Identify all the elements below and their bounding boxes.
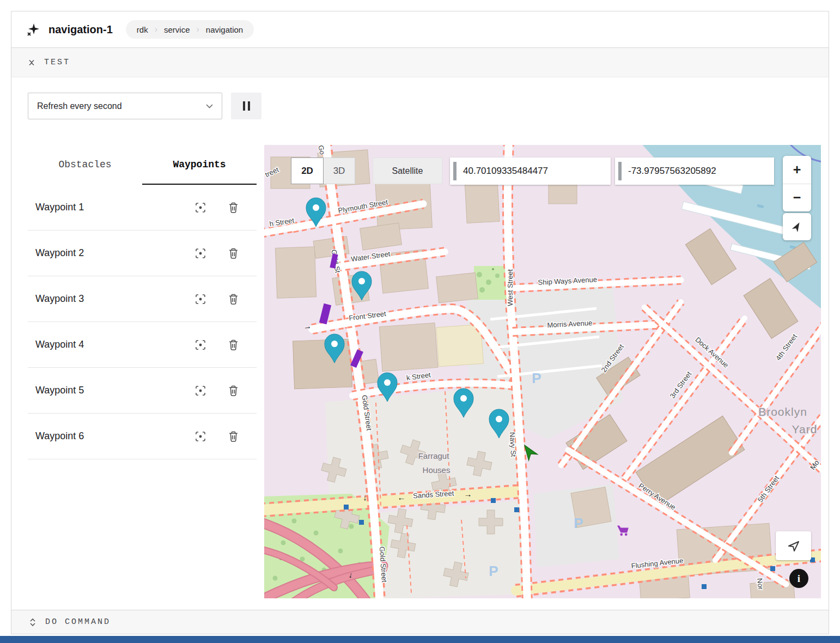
trash-icon: [229, 385, 238, 396]
svg-text:←: ←: [398, 493, 406, 502]
refresh-select[interactable]: Refresh every second: [28, 93, 222, 119]
breadcrumb: rdk › service › navigation: [126, 20, 254, 39]
svg-text:Houses: Houses: [423, 465, 451, 475]
page-title: navigation-1: [48, 23, 113, 36]
breadcrumb-navigation[interactable]: navigation: [199, 25, 249, 34]
drag-handle-icon: [618, 162, 622, 180]
delete-waypoint-button[interactable]: [224, 427, 242, 446]
parking-symbol: P: [574, 515, 583, 531]
svg-text:West Street: West Street: [506, 269, 514, 306]
locate-button[interactable]: [776, 531, 811, 560]
focus-icon: [195, 385, 206, 396]
focus-waypoint-button[interactable]: [191, 427, 210, 446]
test-section-bar[interactable]: TEST: [11, 48, 829, 77]
trash-icon: [229, 339, 238, 350]
satellite-button[interactable]: Satellite: [373, 157, 442, 184]
collapse-icon: [28, 58, 35, 67]
navigation-card: navigation-1 rdk › service › navigation …: [11, 11, 829, 634]
trash-icon: [229, 294, 238, 305]
svg-text:↓: ↓: [363, 493, 367, 502]
waypoint-row: Waypoint 2: [28, 230, 257, 276]
tab-obstacles[interactable]: Obstacles: [28, 145, 142, 185]
waypoint-row: Waypoint 4: [28, 322, 257, 368]
svg-text:→: →: [303, 321, 312, 331]
tab-waypoints[interactable]: Waypoints: [142, 145, 257, 185]
waypoint-label: Waypoint 3: [35, 293, 177, 305]
zoom-out-button[interactable]: −: [783, 184, 811, 212]
waypoint-row: Waypoint 5: [28, 368, 257, 414]
pause-icon: [248, 101, 250, 111]
svg-text:Navy St: Navy St: [508, 432, 518, 458]
test-section-label: TEST: [44, 58, 70, 67]
focus-icon: [195, 248, 206, 259]
svg-text:Brooklyn: Brooklyn: [758, 405, 807, 418]
refresh-controls: Refresh every second: [28, 93, 829, 119]
delete-waypoint-button[interactable]: [224, 244, 242, 263]
map-canvas[interactable]: P P P treet Go h Street Plymouth Street …: [264, 145, 821, 598]
compass-button[interactable]: [783, 213, 811, 240]
info-button[interactable]: i: [789, 569, 808, 588]
svg-text:→: →: [464, 489, 472, 499]
latitude-value: 40.70109335484477: [463, 166, 548, 177]
delete-waypoint-button[interactable]: [224, 290, 242, 308]
waypoint-row: Waypoint 3: [28, 276, 257, 322]
trash-icon: [229, 202, 238, 213]
focus-icon: [195, 339, 206, 350]
compass-needle-icon: [792, 221, 802, 232]
trash-icon: [229, 248, 238, 259]
waypoint-label: Waypoint 1: [35, 202, 177, 213]
focus-icon: [195, 202, 206, 213]
parking-symbol: P: [489, 563, 498, 579]
map-3d-button[interactable]: 3D: [324, 157, 355, 184]
waypoint-label: Waypoint 6: [35, 430, 177, 442]
focus-waypoint-button[interactable]: [191, 336, 210, 354]
bottom-bar: [0, 636, 840, 643]
focus-waypoint-button[interactable]: [191, 381, 210, 400]
navigation-service-icon: [26, 22, 40, 37]
waypoint-label: Waypoint 2: [35, 247, 177, 259]
do-command-section-label: DO COMMAND: [45, 617, 111, 627]
breadcrumb-rdk[interactable]: rdk: [130, 25, 155, 34]
svg-text:Farragut: Farragut: [418, 451, 450, 460]
do-command-section-bar[interactable]: DO COMMAND: [11, 610, 829, 634]
focus-waypoint-button[interactable]: [191, 290, 210, 308]
waypoint-label: Waypoint 4: [35, 339, 177, 350]
zoom-control: + −: [783, 156, 811, 211]
header: navigation-1 rdk › service › navigation: [11, 11, 829, 48]
main-content: Obstacles Waypoints Waypoint 1 Waypoint …: [11, 119, 829, 610]
svg-text:Nor: Nor: [756, 578, 765, 590]
map-tiles: P P P treet Go h Street Plymouth Street …: [264, 145, 821, 598]
zoom-in-button[interactable]: +: [783, 156, 811, 184]
waypoint-row: Waypoint 6: [28, 414, 257, 459]
latitude-input[interactable]: 40.70109335484477: [450, 157, 611, 185]
delete-waypoint-button[interactable]: [224, 198, 242, 217]
expand-icon: [29, 618, 36, 627]
focus-waypoint-button[interactable]: [191, 198, 210, 217]
chevron-down-icon: [206, 104, 213, 108]
focus-icon: [195, 431, 206, 442]
svg-text:Yard: Yard: [792, 423, 818, 435]
longitude-input[interactable]: -73.97957563205892: [615, 157, 774, 185]
map-2d-button[interactable]: 2D: [291, 157, 324, 184]
trash-icon: [229, 431, 238, 442]
breadcrumb-service[interactable]: service: [157, 25, 197, 34]
tabs: Obstacles Waypoints: [28, 145, 257, 185]
map-mode-toggle: 2D 3D: [291, 157, 355, 184]
left-panel: Obstacles Waypoints Waypoint 1 Waypoint …: [28, 145, 257, 610]
parking-symbol: P: [532, 370, 541, 386]
longitude-value: -73.97957563205892: [628, 166, 716, 177]
focus-icon: [195, 294, 206, 305]
waypoint-row: Waypoint 1: [28, 185, 257, 230]
delete-waypoint-button[interactable]: [224, 336, 242, 354]
navigation-arrow-icon: [787, 539, 800, 553]
refresh-select-value: Refresh every second: [37, 101, 206, 111]
focus-waypoint-button[interactable]: [191, 244, 210, 263]
drag-handle-icon: [453, 162, 456, 180]
pause-icon: [243, 101, 245, 111]
pause-button[interactable]: [231, 93, 261, 119]
waypoint-label: Waypoint 5: [35, 385, 177, 396]
delete-waypoint-button[interactable]: [224, 381, 242, 400]
